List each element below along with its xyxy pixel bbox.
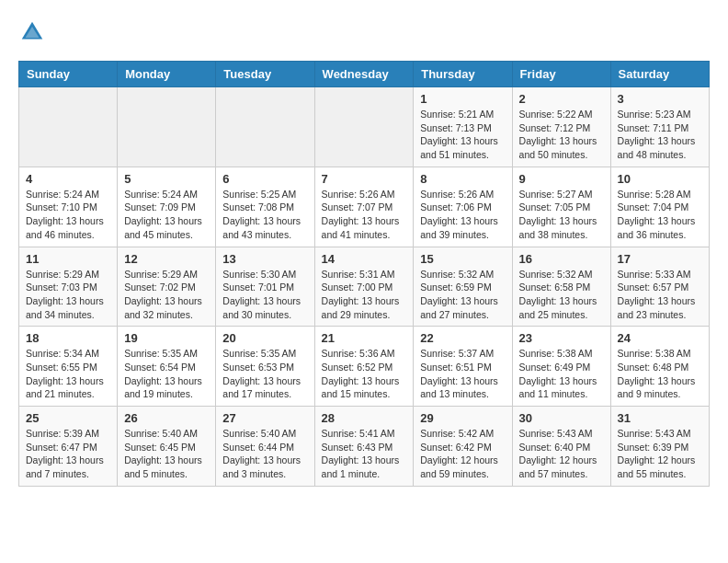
- calendar-header-row: SundayMondayTuesdayWednesdayThursdayFrid…: [19, 62, 710, 87]
- calendar-day-header: Thursday: [414, 62, 512, 87]
- calendar-cell: [314, 87, 414, 167]
- calendar-cell: [216, 87, 314, 167]
- logo-icon: [18, 18, 46, 46]
- calendar-cell: 2Sunrise: 5:22 AMSunset: 7:12 PMDaylight…: [512, 87, 610, 167]
- day-info: Sunrise: 5:31 AMSunset: 7:00 PMDaylight:…: [322, 268, 407, 322]
- day-info: Sunrise: 5:38 AMSunset: 6:48 PMDaylight:…: [618, 347, 702, 401]
- calendar-cell: 6Sunrise: 5:25 AMSunset: 7:08 PMDaylight…: [216, 167, 314, 247]
- day-number: 22: [420, 331, 505, 345]
- day-info: Sunrise: 5:41 AMSunset: 6:43 PMDaylight:…: [322, 427, 407, 481]
- day-info: Sunrise: 5:26 AMSunset: 7:07 PMDaylight:…: [322, 188, 407, 242]
- calendar-cell: 3Sunrise: 5:23 AMSunset: 7:11 PMDaylight…: [610, 87, 709, 167]
- day-number: 6: [222, 172, 307, 186]
- day-info: Sunrise: 5:32 AMSunset: 6:58 PMDaylight:…: [519, 268, 604, 322]
- calendar-cell: 31Sunrise: 5:43 AMSunset: 6:39 PMDayligh…: [610, 407, 709, 487]
- calendar-cell: 15Sunrise: 5:32 AMSunset: 6:59 PMDayligh…: [414, 247, 512, 327]
- calendar-cell: 1Sunrise: 5:21 AMSunset: 7:13 PMDaylight…: [414, 87, 512, 167]
- day-info: Sunrise: 5:28 AMSunset: 7:04 PMDaylight:…: [618, 188, 702, 242]
- day-number: 25: [26, 411, 110, 425]
- calendar-cell: 9Sunrise: 5:27 AMSunset: 7:05 PMDaylight…: [512, 167, 610, 247]
- calendar-cell: 28Sunrise: 5:41 AMSunset: 6:43 PMDayligh…: [314, 407, 414, 487]
- day-number: 30: [519, 411, 604, 425]
- calendar-cell: 7Sunrise: 5:26 AMSunset: 7:07 PMDaylight…: [314, 167, 414, 247]
- day-number: 10: [618, 172, 702, 186]
- day-info: Sunrise: 5:43 AMSunset: 6:40 PMDaylight:…: [519, 427, 604, 481]
- calendar-cell: 18Sunrise: 5:34 AMSunset: 6:55 PMDayligh…: [19, 327, 118, 407]
- calendar-cell: 17Sunrise: 5:33 AMSunset: 6:57 PMDayligh…: [610, 247, 709, 327]
- calendar-cell: 10Sunrise: 5:28 AMSunset: 7:04 PMDayligh…: [610, 167, 709, 247]
- day-number: 12: [124, 252, 209, 266]
- day-number: 5: [124, 172, 209, 186]
- calendar-day-header: Friday: [512, 62, 610, 87]
- day-info: Sunrise: 5:32 AMSunset: 6:59 PMDaylight:…: [420, 268, 505, 322]
- day-number: 31: [618, 411, 702, 425]
- day-info: Sunrise: 5:40 AMSunset: 6:44 PMDaylight:…: [222, 427, 307, 481]
- day-number: 14: [322, 252, 407, 266]
- day-info: Sunrise: 5:22 AMSunset: 7:12 PMDaylight:…: [519, 108, 604, 162]
- calendar-week-row: 25Sunrise: 5:39 AMSunset: 6:47 PMDayligh…: [19, 407, 710, 487]
- calendar-cell: 4Sunrise: 5:24 AMSunset: 7:10 PMDaylight…: [19, 167, 118, 247]
- day-number: 7: [322, 172, 407, 186]
- day-number: 15: [420, 252, 505, 266]
- calendar-cell: 13Sunrise: 5:30 AMSunset: 7:01 PMDayligh…: [216, 247, 314, 327]
- calendar-week-row: 11Sunrise: 5:29 AMSunset: 7:03 PMDayligh…: [19, 247, 710, 327]
- day-info: Sunrise: 5:24 AMSunset: 7:10 PMDaylight:…: [26, 188, 110, 242]
- day-info: Sunrise: 5:33 AMSunset: 6:57 PMDaylight:…: [618, 268, 702, 322]
- day-info: Sunrise: 5:29 AMSunset: 7:02 PMDaylight:…: [124, 268, 209, 322]
- day-number: 4: [26, 172, 110, 186]
- day-number: 8: [420, 172, 505, 186]
- calendar-cell: 26Sunrise: 5:40 AMSunset: 6:45 PMDayligh…: [118, 407, 216, 487]
- calendar-cell: 12Sunrise: 5:29 AMSunset: 7:02 PMDayligh…: [118, 247, 216, 327]
- calendar-day-header: Sunday: [19, 62, 118, 87]
- calendar-cell: 30Sunrise: 5:43 AMSunset: 6:40 PMDayligh…: [512, 407, 610, 487]
- day-number: 11: [26, 252, 110, 266]
- calendar-cell: [118, 87, 216, 167]
- calendar-day-header: Tuesday: [216, 62, 314, 87]
- day-info: Sunrise: 5:34 AMSunset: 6:55 PMDaylight:…: [26, 347, 110, 401]
- day-number: 27: [222, 411, 307, 425]
- day-number: 23: [519, 331, 604, 345]
- calendar-cell: 25Sunrise: 5:39 AMSunset: 6:47 PMDayligh…: [19, 407, 118, 487]
- calendar-week-row: 4Sunrise: 5:24 AMSunset: 7:10 PMDaylight…: [19, 167, 710, 247]
- day-number: 21: [322, 331, 407, 345]
- day-number: 18: [26, 331, 110, 345]
- calendar-cell: 21Sunrise: 5:36 AMSunset: 6:52 PMDayligh…: [314, 327, 414, 407]
- calendar-week-row: 1Sunrise: 5:21 AMSunset: 7:13 PMDaylight…: [19, 87, 710, 167]
- day-info: Sunrise: 5:36 AMSunset: 6:52 PMDaylight:…: [322, 347, 407, 401]
- day-number: 19: [124, 331, 209, 345]
- calendar-cell: 29Sunrise: 5:42 AMSunset: 6:42 PMDayligh…: [414, 407, 512, 487]
- logo: [18, 18, 50, 46]
- day-info: Sunrise: 5:21 AMSunset: 7:13 PMDaylight:…: [420, 108, 505, 162]
- day-info: Sunrise: 5:35 AMSunset: 6:54 PMDaylight:…: [124, 347, 209, 401]
- day-number: 29: [420, 411, 505, 425]
- day-info: Sunrise: 5:39 AMSunset: 6:47 PMDaylight:…: [26, 427, 110, 481]
- calendar-day-header: Saturday: [610, 62, 709, 87]
- day-info: Sunrise: 5:23 AMSunset: 7:11 PMDaylight:…: [618, 108, 702, 162]
- day-number: 20: [222, 331, 307, 345]
- calendar-cell: 5Sunrise: 5:24 AMSunset: 7:09 PMDaylight…: [118, 167, 216, 247]
- calendar-week-row: 18Sunrise: 5:34 AMSunset: 6:55 PMDayligh…: [19, 327, 710, 407]
- day-info: Sunrise: 5:37 AMSunset: 6:51 PMDaylight:…: [420, 347, 505, 401]
- calendar-cell: 14Sunrise: 5:31 AMSunset: 7:00 PMDayligh…: [314, 247, 414, 327]
- day-info: Sunrise: 5:42 AMSunset: 6:42 PMDaylight:…: [420, 427, 505, 481]
- calendar-table: SundayMondayTuesdayWednesdayThursdayFrid…: [18, 61, 710, 487]
- day-number: 13: [222, 252, 307, 266]
- day-number: 1: [420, 92, 505, 106]
- day-info: Sunrise: 5:35 AMSunset: 6:53 PMDaylight:…: [222, 347, 307, 401]
- calendar-cell: 19Sunrise: 5:35 AMSunset: 6:54 PMDayligh…: [118, 327, 216, 407]
- calendar-cell: 16Sunrise: 5:32 AMSunset: 6:58 PMDayligh…: [512, 247, 610, 327]
- day-info: Sunrise: 5:24 AMSunset: 7:09 PMDaylight:…: [124, 188, 209, 242]
- day-info: Sunrise: 5:25 AMSunset: 7:08 PMDaylight:…: [222, 188, 307, 242]
- day-number: 3: [618, 92, 702, 106]
- page-header: [18, 18, 710, 46]
- day-number: 17: [618, 252, 702, 266]
- day-number: 16: [519, 252, 604, 266]
- calendar-cell: 22Sunrise: 5:37 AMSunset: 6:51 PMDayligh…: [414, 327, 512, 407]
- calendar-cell: 27Sunrise: 5:40 AMSunset: 6:44 PMDayligh…: [216, 407, 314, 487]
- calendar-cell: 11Sunrise: 5:29 AMSunset: 7:03 PMDayligh…: [19, 247, 118, 327]
- day-info: Sunrise: 5:29 AMSunset: 7:03 PMDaylight:…: [26, 268, 110, 322]
- calendar-cell: 23Sunrise: 5:38 AMSunset: 6:49 PMDayligh…: [512, 327, 610, 407]
- calendar-cell: 20Sunrise: 5:35 AMSunset: 6:53 PMDayligh…: [216, 327, 314, 407]
- calendar-day-header: Monday: [118, 62, 216, 87]
- day-info: Sunrise: 5:30 AMSunset: 7:01 PMDaylight:…: [222, 268, 307, 322]
